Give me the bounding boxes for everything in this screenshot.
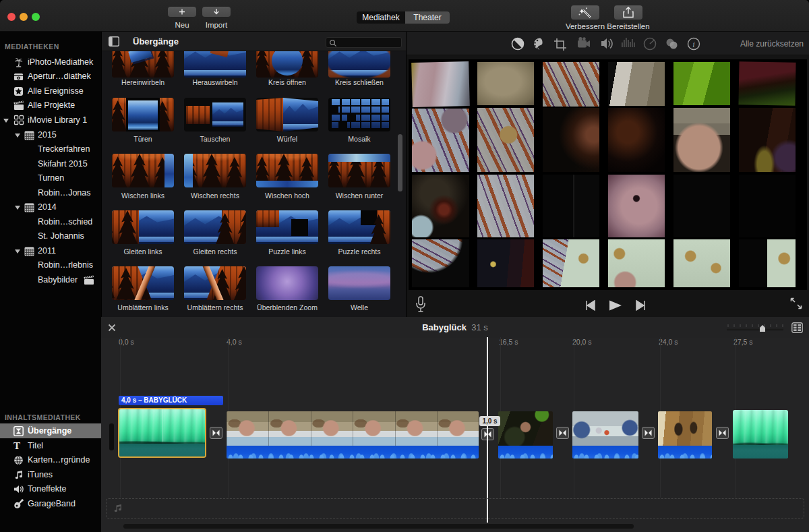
svg-text:i: i	[692, 40, 694, 49]
